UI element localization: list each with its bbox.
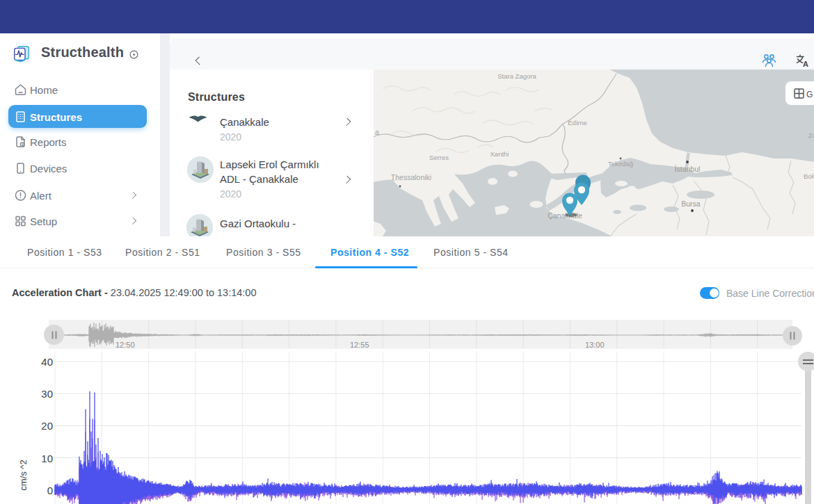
svg-text:Tekirdağ: Tekirdağ [608,160,633,168]
svg-text:Edirne: Edirne [568,119,586,127]
svg-text:Bursa: Bursa [681,200,701,208]
svg-text:Zon: Zon [808,131,814,139]
svg-text:Serres: Serres [429,154,449,161]
svg-text:Çanakkale: Çanakkale [548,211,582,220]
svg-text:Thessaloniki: Thessaloniki [391,173,431,181]
svg-text:Stara Zagora: Stara Zagora [497,72,536,80]
svg-text:A: A [803,60,808,67]
svg-text:G: G [806,90,813,99]
svg-text:Bolu: Bolu [804,172,814,180]
svg-text:a: a [375,128,379,136]
svg-text:Xanthi: Xanthi [490,150,509,158]
svg-text:İstanbul: İstanbul [675,165,701,173]
